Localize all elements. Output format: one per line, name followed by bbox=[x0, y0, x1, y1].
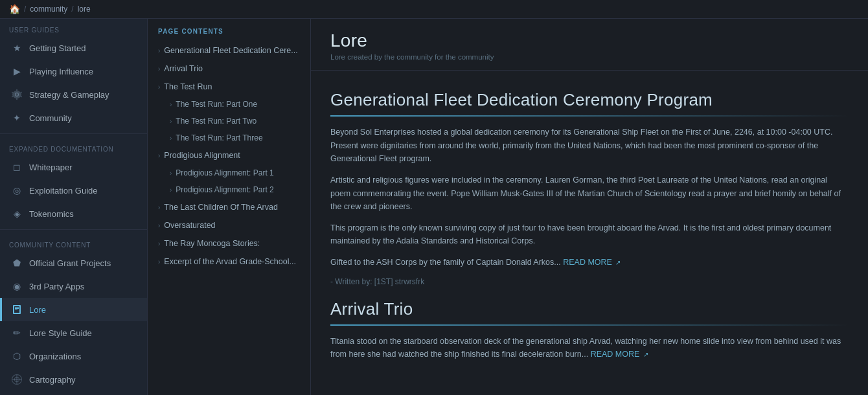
section-para-0-0: Beyond Sol Enterprises hosted a global d… bbox=[330, 126, 849, 166]
style-guide-icon: ✏ bbox=[11, 327, 23, 339]
toc-header: PAGe CONTENTS bbox=[148, 28, 310, 41]
cartography-icon bbox=[11, 374, 23, 385]
sidebar-item-lore[interactable]: Lore bbox=[0, 298, 147, 321]
community-icon: ✦ bbox=[11, 112, 23, 124]
read-more-link-1[interactable]: READ MORE ↗ bbox=[591, 350, 648, 359]
written-by-0: - Written by: [1ST] strwrsfrk bbox=[330, 277, 849, 286]
section-underline-1 bbox=[330, 115, 849, 117]
toc-item-10[interactable]: › Oversaturated bbox=[148, 216, 310, 234]
breadcrumb-sep-2: / bbox=[71, 5, 73, 14]
sidebar-label-playing-influence: Playing Influence bbox=[29, 67, 93, 76]
toc-sub-label-5: The Test Run: Part Three bbox=[176, 133, 262, 142]
toc-label-0: Generational Fleet Dedication Cere... bbox=[164, 46, 297, 55]
sidebar-item-cartography[interactable]: Cartography bbox=[0, 368, 147, 391]
main-layout: User Guides ★ Getting Started ▶ Playing … bbox=[0, 19, 868, 395]
external-link-icon-0: ↗ bbox=[615, 259, 621, 266]
section-para-1-0: Titania stood on the starboard observati… bbox=[330, 335, 849, 361]
sidebar-divider-1 bbox=[0, 133, 147, 134]
sidebar-label-exploitation-guide: Exploitation Guide bbox=[29, 186, 98, 196]
toc-item-9[interactable]: › The Last Children Of The Arvad bbox=[148, 198, 310, 216]
breadcrumb-bar: 🏠 / community / lore bbox=[0, 0, 868, 19]
toc-sub-chevron-3: › bbox=[170, 101, 172, 108]
sidebar: User Guides ★ Getting Started ▶ Playing … bbox=[0, 19, 148, 395]
toc-sub-label-4: The Test Run: Part Two bbox=[176, 117, 257, 126]
section-read-more-para-0: Gifted to the ASH Corps by the family of… bbox=[330, 256, 849, 269]
home-icon[interactable]: 🏠 bbox=[9, 4, 20, 14]
organizations-icon: ⬡ bbox=[11, 350, 23, 362]
sidebar-label-tokenomics: Tokenomics bbox=[29, 209, 74, 219]
toc-item-2[interactable]: › The Test Run bbox=[148, 78, 310, 96]
toc-item-0[interactable]: › Generational Fleet Dedication Cere... bbox=[148, 41, 310, 60]
toc-sub-label-8: Prodigious Alignment: Part 2 bbox=[176, 185, 273, 194]
breadcrumb-lore[interactable]: lore bbox=[78, 5, 91, 14]
star-icon: ★ bbox=[11, 42, 23, 54]
sidebar-label-3rd-party-apps: 3rd Party Apps bbox=[29, 282, 84, 291]
toc-sub-label-7: Prodigious Alignment: Part 1 bbox=[176, 168, 273, 177]
sidebar-item-3rd-party-apps[interactable]: ◉ 3rd Party Apps bbox=[0, 275, 147, 298]
toc-chevron-9: › bbox=[158, 204, 160, 211]
toc-chevron-11: › bbox=[158, 240, 160, 247]
sidebar-label-whitepaper: Whitepaper bbox=[29, 163, 72, 172]
sidebar-item-official-grant-projects[interactable]: ⬟ Official Grant Projects bbox=[0, 251, 147, 275]
sidebar-item-whitepaper[interactable]: ◻ Whitepaper bbox=[0, 155, 147, 179]
toc-sub-item-3[interactable]: › The Test Run: Part One bbox=[148, 96, 310, 113]
toc-label-9: The Last Children Of The Arvad bbox=[164, 203, 278, 212]
sidebar-label-organizations: Organizations bbox=[29, 352, 81, 361]
sidebar-label-cartography: Cartography bbox=[29, 375, 76, 385]
toc-item-12[interactable]: › Excerpt of the Arvad Grade-School... bbox=[148, 253, 310, 271]
sidebar-item-strategy-gameplay[interactable]: Strategy & Gameplay bbox=[0, 83, 147, 106]
play-icon: ▶ bbox=[11, 65, 23, 77]
toc-sub-item-8[interactable]: › Prodigious Alignment: Part 2 bbox=[148, 181, 310, 198]
expanded-doc-label: Expanded Documentation bbox=[0, 138, 147, 155]
toc-chevron-10: › bbox=[158, 222, 160, 229]
page-subtitle: Lore created by the community for the co… bbox=[330, 53, 849, 61]
toc-chevron-12: › bbox=[158, 258, 160, 265]
toc-label-2: The Test Run bbox=[164, 82, 212, 91]
gear-icon bbox=[11, 89, 23, 100]
sidebar-item-exploitation-guide[interactable]: ◎ Exploitation Guide bbox=[0, 179, 147, 202]
content-header: Lore Lore created by the community for t… bbox=[311, 19, 868, 71]
toc-sub-item-5[interactable]: › The Test Run: Part Three bbox=[148, 130, 310, 146]
sidebar-item-getting-started[interactable]: ★ Getting Started bbox=[0, 36, 147, 60]
toc-sub-label-3: The Test Run: Part One bbox=[176, 100, 257, 109]
toc-sub-chevron-5: › bbox=[170, 135, 172, 142]
read-more-text-1: READ MORE bbox=[591, 350, 640, 359]
toc-chevron-1: › bbox=[158, 65, 160, 73]
arrival-trio-text: Titania stood on the starboard observati… bbox=[330, 337, 841, 359]
toc-panel: PAGe CONTENTS › Generational Fleet Dedic… bbox=[148, 19, 311, 395]
section-underline-2 bbox=[330, 324, 849, 326]
sidebar-item-community[interactable]: ✦ Community bbox=[0, 106, 147, 130]
sidebar-label-official-grant-projects: Official Grant Projects bbox=[29, 258, 111, 268]
toc-item-6[interactable]: › Prodigious Alignment bbox=[148, 146, 310, 164]
read-more-link-0[interactable]: READ MORE ↗ bbox=[563, 258, 621, 267]
toc-chevron-2: › bbox=[158, 84, 160, 91]
toc-sub-item-4[interactable]: › The Test Run: Part Two bbox=[148, 113, 310, 130]
toc-label-12: Excerpt of the Arvad Grade-School... bbox=[164, 257, 296, 266]
section-para-0-2: This program is the only known surviving… bbox=[330, 221, 849, 248]
apps-icon: ◉ bbox=[11, 280, 23, 292]
toc-chevron-0: › bbox=[158, 47, 160, 54]
community-content-label: Community Content bbox=[0, 234, 147, 251]
user-guides-label: User Guides bbox=[0, 19, 147, 36]
toc-item-1[interactable]: › Arrival Trio bbox=[148, 60, 310, 78]
sidebar-item-organizations[interactable]: ⬡ Organizations bbox=[0, 344, 147, 368]
sidebar-label-lore: Lore bbox=[29, 305, 46, 315]
toc-chevron-6: › bbox=[158, 152, 160, 159]
toc-item-11[interactable]: › The Ray Moncoga Stories: bbox=[148, 234, 310, 253]
read-more-text-0: READ MORE bbox=[563, 258, 612, 267]
content-body: Generational Fleet Dedication Ceremony P… bbox=[311, 71, 868, 389]
read-more-prefix-0: Gifted to the ASH Corps by the family of… bbox=[330, 258, 561, 267]
section-heading-arrival-trio: Arrival Trio bbox=[330, 299, 849, 319]
external-link-icon-1: ↗ bbox=[643, 351, 648, 358]
sidebar-item-lore-style-guide[interactable]: ✏ Lore Style Guide bbox=[0, 321, 147, 344]
sidebar-item-playing-influence[interactable]: ▶ Playing Influence bbox=[0, 60, 147, 83]
sidebar-item-tokenomics[interactable]: ◈ Tokenomics bbox=[0, 202, 147, 225]
grant-icon: ⬟ bbox=[11, 257, 23, 269]
breadcrumb-community[interactable]: community bbox=[30, 5, 67, 14]
lore-icon bbox=[11, 304, 23, 315]
content-area: Lore Lore created by the community for t… bbox=[311, 19, 868, 395]
toc-sub-item-7[interactable]: › Prodigious Alignment: Part 1 bbox=[148, 164, 310, 181]
breadcrumb-sep-1: / bbox=[24, 5, 26, 14]
tokenomics-icon: ◈ bbox=[11, 208, 23, 220]
toc-label-11: The Ray Moncoga Stories: bbox=[164, 239, 260, 248]
